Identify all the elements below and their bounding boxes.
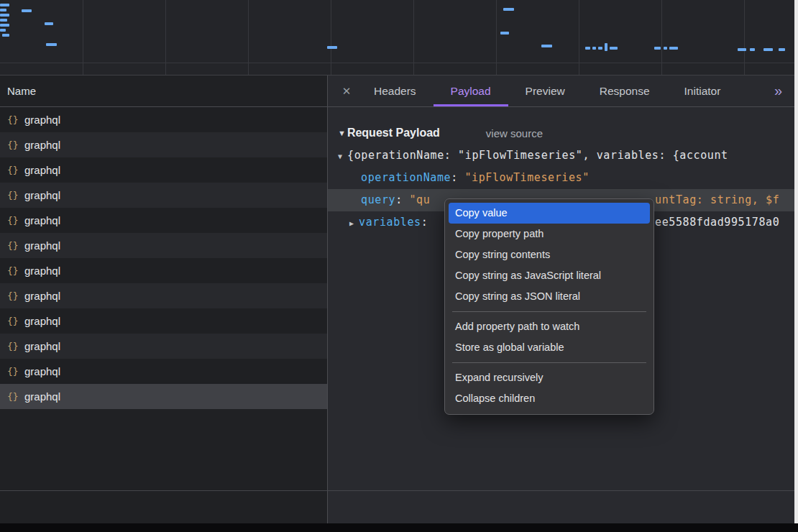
- network-request-row[interactable]: {}graphql: [0, 157, 327, 183]
- menu-item-copy-string-as-javascript-literal[interactable]: Copy string as JavaScript literal: [449, 265, 650, 286]
- context-menu: Copy valueCopy property pathCopy string …: [444, 198, 654, 415]
- property-key: operationName: [361, 171, 451, 184]
- root-object-preview: {operationName: "ipFlowTimeseries", vari…: [347, 149, 728, 162]
- menu-item-expand-recursively[interactable]: Expand recursively: [449, 367, 650, 388]
- timeline-gridline: [661, 0, 662, 75]
- property-key: variables: [359, 216, 421, 229]
- network-request-row[interactable]: {}graphql: [0, 107, 327, 132]
- timeline-request-bar: [0, 14, 9, 17]
- json-braces-icon: {}: [7, 316, 24, 326]
- menu-separator: [452, 362, 646, 363]
- network-panel: Name {}graphql{}graphql{}graphql{}graphq…: [0, 75, 798, 523]
- timeline-gridline: [413, 0, 414, 75]
- tab-payload[interactable]: Payload: [434, 75, 508, 106]
- timeline-gridline: [331, 0, 331, 75]
- network-request-row[interactable]: {}graphql: [0, 258, 327, 283]
- expanded-triangle-icon[interactable]: ▼: [338, 152, 342, 160]
- menu-item-copy-string-as-json-literal[interactable]: Copy string as JSON literal: [449, 286, 650, 307]
- menu-item-copy-value[interactable]: Copy value: [449, 203, 650, 224]
- network-overview-strip[interactable]: [0, 0, 798, 75]
- network-request-row[interactable]: {}graphql: [0, 183, 327, 208]
- json-braces-icon: {}: [7, 240, 24, 251]
- name-column-header[interactable]: Name: [0, 75, 327, 107]
- detail-tabs-bar: ✕ HeadersPayloadPreviewResponseInitiator…: [328, 75, 798, 107]
- menu-item-collapse-children[interactable]: Collapse children: [449, 388, 650, 409]
- timeline-request-bar: [541, 45, 552, 47]
- network-request-list: Name {}graphql{}graphql{}graphql{}graphq…: [0, 75, 328, 523]
- json-braces-icon: {}: [7, 215, 24, 226]
- footer-separator: [0, 490, 798, 491]
- timeline-request-bar: [0, 4, 9, 6]
- key-value-separator: :: [421, 216, 428, 229]
- tab-headers[interactable]: Headers: [357, 75, 434, 106]
- timeline-request-bar: [22, 9, 32, 12]
- timeline-request-bar: [779, 48, 785, 51]
- close-details-icon[interactable]: ✕: [336, 75, 357, 106]
- detail-tabs: HeadersPayloadPreviewResponseInitiator: [357, 75, 738, 106]
- window-bottom-bar: [0, 523, 798, 532]
- timeline-request-bar: [2, 34, 9, 37]
- key-value-separator: :: [395, 193, 409, 206]
- timeline-request-bar: [503, 8, 514, 11]
- network-request-row[interactable]: {}graphql: [0, 359, 327, 384]
- network-request-row[interactable]: {}graphql: [0, 233, 327, 258]
- timeline-request-bar: [500, 32, 509, 35]
- network-request-row[interactable]: {}graphql: [0, 384, 327, 409]
- timeline-baseline: [0, 63, 798, 63]
- json-braces-icon: {}: [7, 190, 24, 201]
- timeline-request-bar: [598, 47, 602, 50]
- request-name: graphql: [24, 189, 60, 201]
- request-name: graphql: [24, 139, 60, 151]
- payload-root-node[interactable]: ▼{operationName: "ipFlowTimeseries", var…: [328, 145, 798, 167]
- tab-preview[interactable]: Preview: [508, 75, 582, 106]
- menu-item-copy-property-path[interactable]: Copy property path: [449, 224, 650, 244]
- view-source-link[interactable]: view source: [486, 127, 543, 139]
- json-braces-icon: {}: [7, 139, 24, 150]
- network-request-row[interactable]: {}graphql: [0, 283, 327, 308]
- network-request-row[interactable]: {}graphql: [0, 334, 327, 359]
- json-braces-icon: {}: [7, 290, 24, 301]
- collapsed-triangle-icon[interactable]: ▶: [349, 219, 354, 227]
- menu-item-copy-string-contents[interactable]: Copy string contents: [449, 244, 650, 265]
- tab-initiator[interactable]: Initiator: [667, 75, 738, 106]
- json-braces-icon: {}: [7, 391, 24, 402]
- timeline-request-bar: [0, 24, 9, 27]
- timeline-request-bar: [327, 46, 337, 49]
- request-name: graphql: [24, 290, 60, 302]
- network-request-row[interactable]: {}graphql: [0, 308, 327, 334]
- timeline-request-bar: [585, 47, 590, 50]
- timeline-gridline: [83, 0, 83, 75]
- request-name: graphql: [24, 390, 60, 403]
- network-request-row[interactable]: {}graphql: [0, 132, 327, 157]
- network-request-row[interactable]: {}graphql: [0, 208, 327, 233]
- section-collapse-triangle-icon[interactable]: ▼: [338, 129, 346, 137]
- timeline-request-bar: [750, 48, 755, 51]
- request-name: graphql: [24, 315, 60, 327]
- property-key: query: [361, 193, 395, 206]
- timeline-request-bar: [669, 47, 678, 50]
- property-value: "ipFlowTimeseries": [464, 171, 589, 184]
- request-name: graphql: [24, 340, 60, 352]
- page-right-edge: [794, 0, 798, 523]
- timeline-gridline: [496, 0, 497, 75]
- tab-response[interactable]: Response: [582, 75, 667, 106]
- timeline-request-bar: [592, 47, 596, 50]
- request-payload-title: Request Payload: [347, 127, 440, 139]
- timeline-request-bar: [45, 22, 53, 25]
- devtools-window: Name {}graphql{}graphql{}graphql{}graphq…: [0, 0, 798, 532]
- request-name: graphql: [24, 164, 60, 176]
- key-value-separator: :: [451, 171, 464, 184]
- request-name: graphql: [24, 214, 60, 226]
- menu-item-store-as-global-variable[interactable]: Store as global variable: [449, 337, 650, 358]
- timeline-request-bar: [0, 19, 7, 22]
- timeline-request-bar: [605, 43, 607, 51]
- property-value-right-fragment: untTag: string, $f: [655, 189, 779, 211]
- request-payload-section-header: ▼ Request Payload view source: [328, 121, 798, 145]
- timeline-request-bar: [738, 48, 746, 51]
- request-rows: {}graphql{}graphql{}graphql{}graphql{}gr…: [0, 107, 327, 409]
- name-column-label: Name: [7, 85, 36, 97]
- menu-item-add-property-path-to-watch[interactable]: Add property path to watch: [449, 316, 650, 337]
- timeline-request-bar: [610, 47, 618, 50]
- menu-separator: [452, 311, 646, 312]
- payload-prop-operationname[interactable]: operationName: "ipFlowTimeseries": [328, 167, 798, 189]
